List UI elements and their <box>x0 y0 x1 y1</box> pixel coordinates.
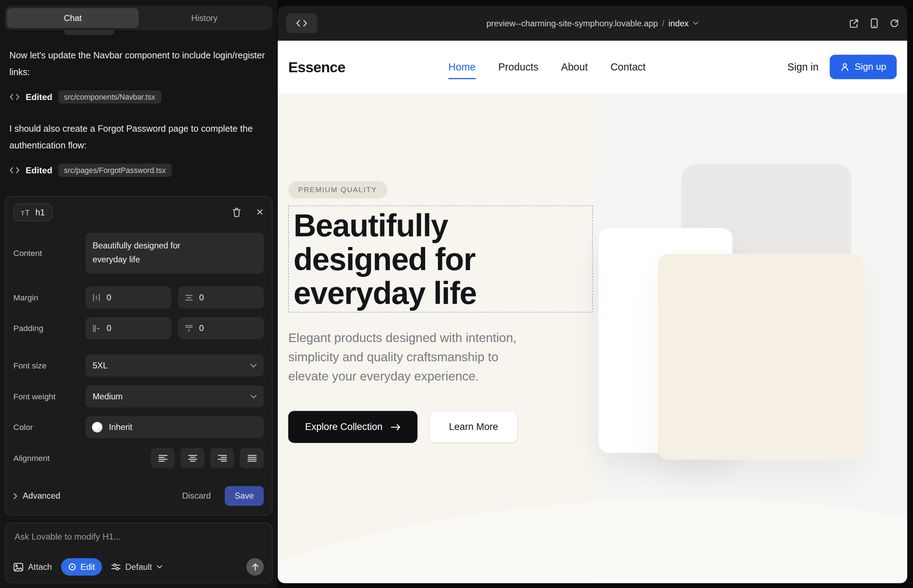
close-editor-button[interactable]: ✕ <box>256 208 264 217</box>
alignment-row: Alignment <box>13 448 264 468</box>
learn-more-button[interactable]: Learn More <box>429 411 518 443</box>
color-select[interactable]: Inherit <box>86 416 264 438</box>
composer-toolbar: Attach Edit Default <box>13 558 264 575</box>
nav-link-about[interactable]: About <box>561 61 588 73</box>
editor-header-actions: ✕ <box>232 208 264 217</box>
align-left-button[interactable] <box>151 448 175 468</box>
site-preview: Essence Home Products About Contact Sign… <box>278 40 907 583</box>
advanced-label: Advanced <box>23 491 60 501</box>
text-element-icon: тT <box>21 208 30 217</box>
chat-message: Now let's update the Navbar component to… <box>9 47 268 81</box>
attach-label: Attach <box>28 562 52 572</box>
color-label: Color <box>13 423 86 432</box>
explore-collection-button[interactable]: Explore Collection <box>288 411 417 443</box>
color-value: Inherit <box>109 423 133 432</box>
nav-link-products[interactable]: Products <box>498 61 538 73</box>
padding-label: Padding <box>13 323 86 333</box>
default-label: Default <box>125 562 152 572</box>
tab-chat[interactable]: Chat <box>7 8 139 28</box>
clipped-file-chip <box>64 30 114 35</box>
margin-x-value: 0 <box>107 293 111 302</box>
edit-target-icon <box>68 563 76 571</box>
app-root: Chat History Now let's update the Navbar… <box>0 0 913 588</box>
sign-up-button[interactable]: Sign up <box>830 55 897 79</box>
url-separator: / <box>662 18 664 28</box>
file-chip[interactable]: src/pages/ForgotPassword.tsx <box>58 163 172 177</box>
site-logo[interactable]: Essence <box>288 58 345 75</box>
margin-y-input[interactable]: 0 <box>178 286 264 309</box>
nav-link-contact[interactable]: Contact <box>610 61 646 73</box>
margin-x-input[interactable]: 0 <box>86 286 171 309</box>
external-link-icon <box>849 18 859 29</box>
align-center-icon <box>188 454 197 462</box>
file-edit-row: Edited src/pages/ForgotPassword.tsx <box>9 163 268 177</box>
font-size-select[interactable]: 5XL <box>86 354 264 376</box>
chevron-down-icon <box>250 363 257 367</box>
arrow-up-icon <box>251 563 259 571</box>
user-icon <box>840 62 849 71</box>
selected-element-tag: h1 <box>36 208 45 217</box>
padding-y-input[interactable]: 0 <box>178 317 264 339</box>
hero-cta-row: Explore Collection Learn More <box>288 411 614 443</box>
selected-element-pill[interactable]: тT h1 <box>13 204 53 221</box>
delete-element-button[interactable] <box>232 208 241 217</box>
chevron-down-icon <box>157 565 162 569</box>
url-domain: preview--charming-site-symphony.lovable.… <box>486 18 658 28</box>
mobile-view-button[interactable] <box>871 18 878 29</box>
align-center-button[interactable] <box>181 448 204 468</box>
open-in-new-tab-button[interactable] <box>849 18 859 29</box>
tab-history[interactable]: History <box>139 8 270 28</box>
padding-y-value: 0 <box>199 323 204 333</box>
padding-y-icon <box>185 325 193 332</box>
attach-image-icon <box>13 562 24 571</box>
advanced-toggle[interactable]: Advanced <box>13 491 60 501</box>
trash-icon <box>232 208 241 217</box>
align-justify-button[interactable] <box>240 448 264 468</box>
hero-decor-card-beige <box>658 254 863 460</box>
browser-actions <box>849 18 899 29</box>
selected-h1-outline[interactable]: Beautifully designed for everyday life <box>288 205 592 312</box>
lovable-chat-panel: Chat History Now let's update the Navbar… <box>0 0 277 588</box>
code-icon <box>296 19 308 27</box>
send-button[interactable] <box>246 558 264 575</box>
save-button[interactable]: Save <box>225 486 264 506</box>
refresh-icon <box>890 18 899 28</box>
composer-input[interactable] <box>13 530 264 558</box>
url-page: index <box>669 18 689 28</box>
chat-message-list[interactable]: Now let's update the Navbar component to… <box>0 30 277 189</box>
content-input[interactable]: Beautifully designed for everyday life <box>86 233 264 273</box>
site-hero: PREMIUM QUALITY Beautifully designed for… <box>278 93 907 583</box>
font-weight-label: Font weight <box>13 391 86 401</box>
edited-label: Edited <box>26 165 52 175</box>
margin-row: Margin 0 0 <box>13 286 264 309</box>
sliders-icon <box>112 563 121 571</box>
nav-link-home[interactable]: Home <box>448 61 475 73</box>
align-left-icon <box>158 454 167 462</box>
sign-in-button[interactable]: Sign in <box>787 61 819 73</box>
code-view-toggle[interactable] <box>286 13 317 34</box>
element-editor-panel: тT h1 ✕ Content Beautifully designed for… <box>5 196 272 516</box>
editor-header: тT h1 ✕ <box>13 204 264 221</box>
font-weight-select[interactable]: Medium <box>86 386 264 407</box>
attach-button[interactable]: Attach <box>13 562 52 572</box>
align-right-button[interactable] <box>210 448 234 468</box>
margin-y-value: 0 <box>199 293 204 302</box>
premium-quality-badge: PREMIUM QUALITY <box>288 181 387 199</box>
chevron-right-icon <box>13 493 18 499</box>
smartphone-icon <box>871 18 878 29</box>
edit-mode-button[interactable]: Edit <box>61 558 102 575</box>
discard-button[interactable]: Discard <box>182 491 210 501</box>
font-weight-row: Font weight Medium <box>13 386 264 407</box>
edit-label: Edit <box>81 562 95 572</box>
preview-url[interactable]: preview--charming-site-symphony.lovable.… <box>486 18 699 28</box>
file-chip[interactable]: src/components/Navbar.tsx <box>58 90 161 103</box>
font-size-value: 5XL <box>92 361 108 370</box>
panel-tab-bar: Chat History <box>5 6 272 30</box>
padding-x-input[interactable]: 0 <box>86 317 171 339</box>
default-mode-button[interactable]: Default <box>112 562 163 572</box>
hero-content: PREMIUM QUALITY Beautifully designed for… <box>288 93 614 443</box>
refresh-button[interactable] <box>890 18 899 28</box>
chevron-down-icon <box>693 22 698 25</box>
site-navbar: Essence Home Products About Contact Sign… <box>278 40 907 93</box>
color-swatch <box>92 422 102 433</box>
